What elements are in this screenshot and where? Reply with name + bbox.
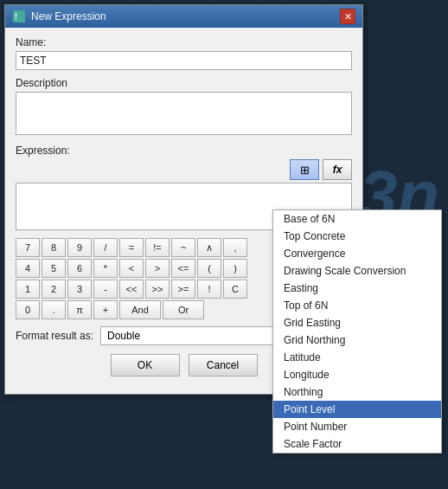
calc-btn-9[interactable]: 9 (67, 238, 92, 257)
calc-btn-and-sym[interactable]: ∧ (197, 238, 221, 257)
grid-icon: ⊞ (300, 164, 310, 177)
calc-btn-not[interactable]: ! (197, 280, 221, 299)
calc-btn-dot[interactable]: . (42, 300, 66, 319)
dropdown-item-point-number[interactable]: Point Number (273, 418, 441, 435)
dropdown-item-convergence[interactable]: Convergence (273, 245, 441, 262)
calc-btn-lt[interactable]: < (119, 259, 144, 278)
calc-btn-and[interactable]: And (119, 300, 161, 319)
calc-btn-lparen[interactable]: ( (197, 259, 221, 278)
dropdown-item-point-level[interactable]: Point Level (273, 401, 441, 418)
calc-btn-mul[interactable]: * (93, 259, 118, 278)
calc-btn-c[interactable]: C (223, 280, 247, 299)
grid-toolbar-button[interactable]: ⊞ (290, 159, 319, 180)
fx-toolbar-button[interactable]: fx (323, 159, 352, 180)
calc-btn-or[interactable]: Or (163, 300, 204, 319)
calc-btn-div[interactable]: / (93, 238, 118, 257)
dropdown-item-top-concrete[interactable]: Top Concrete (273, 228, 441, 245)
close-button[interactable]: ✕ (340, 9, 355, 24)
calc-btn-pi[interactable]: π (67, 300, 92, 319)
calc-btn-lte[interactable]: <= (171, 259, 195, 278)
calc-btn-eq[interactable]: = (119, 238, 144, 257)
calc-btn-rparen[interactable]: ) (223, 259, 247, 278)
calc-btn-2[interactable]: 2 (42, 280, 66, 299)
calc-btn-gte[interactable]: >= (171, 280, 195, 299)
dropdown-item-northing[interactable]: Northing (273, 383, 441, 401)
ok-button[interactable]: OK (111, 354, 180, 376)
dropdown-menu: Base of 6N Top Concrete Convergence Draw… (272, 209, 442, 454)
dropdown-item-scale-factor[interactable]: Scale Factor (273, 435, 441, 453)
fx-icon: fx (333, 164, 342, 176)
calc-btn-6[interactable]: 6 (67, 259, 92, 278)
dialog-icon: f (12, 10, 26, 23)
calc-btn-comma[interactable]: , (223, 238, 247, 257)
calc-btn-7[interactable]: 7 (16, 238, 40, 257)
dropdown-item-grid-easting[interactable]: Grid Easting (273, 314, 441, 331)
dropdown-item-drawing-scale[interactable]: Drawing Scale Conversion (273, 262, 441, 280)
title-left: f New Expression (12, 10, 106, 23)
dropdown-item-grid-northing[interactable]: Grid Northing (273, 331, 441, 349)
description-label: Description (16, 77, 352, 89)
calc-btn-4[interactable]: 4 (16, 259, 40, 278)
calc-btn-sub[interactable]: - (93, 280, 118, 299)
calc-btn-tilde[interactable]: ~ (171, 238, 195, 257)
description-textarea[interactable] (16, 92, 352, 135)
name-label: Name: (16, 36, 352, 48)
dialog-titlebar: f New Expression ✕ (5, 5, 362, 28)
calc-btn-rshift[interactable]: >> (145, 280, 170, 299)
calc-btn-lshift[interactable]: << (119, 280, 144, 299)
dropdown-item-longitude[interactable]: Longitude (273, 366, 441, 383)
calc-btn-3[interactable]: 3 (67, 280, 92, 299)
svg-text:f: f (15, 12, 17, 22)
calc-btn-neq[interactable]: != (145, 238, 170, 257)
calc-btn-0[interactable]: 0 (16, 300, 40, 319)
dropdown-item-easting[interactable]: Easting (273, 280, 441, 297)
dropdown-item-base-6n[interactable]: Base of 6N (273, 210, 441, 228)
format-label: Format result as: (16, 330, 93, 342)
dropdown-item-top-6n[interactable]: Top of 6N (273, 297, 441, 314)
dropdown-item-latitude[interactable]: Latitude (273, 349, 441, 366)
cancel-button[interactable]: Cancel (189, 354, 258, 376)
name-input[interactable] (16, 51, 352, 70)
calc-btn-5[interactable]: 5 (42, 259, 66, 278)
calc-btn-add[interactable]: + (93, 300, 118, 319)
expression-label: Expression: (16, 145, 352, 157)
calc-btn-1[interactable]: 1 (16, 280, 40, 299)
calc-btn-8[interactable]: 8 (42, 238, 66, 257)
calc-btn-gt[interactable]: > (145, 259, 170, 278)
dialog-title: New Expression (31, 10, 106, 23)
